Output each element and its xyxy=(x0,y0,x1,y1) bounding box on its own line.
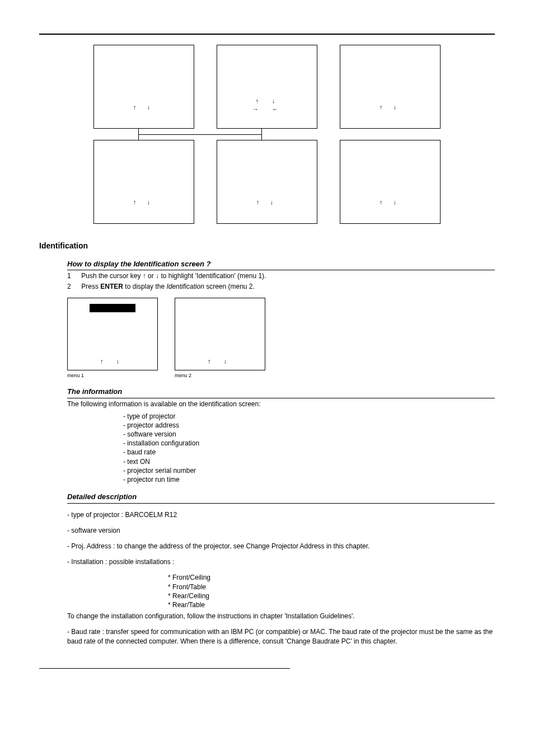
info-item: projector serial number xyxy=(123,466,495,475)
menu-1-caption: menu 1 xyxy=(67,372,158,379)
info-list: type of projector projector address soft… xyxy=(123,412,495,485)
subsection-the-information: The information xyxy=(67,387,495,398)
section-title-identification: Identification xyxy=(39,241,495,251)
step-text: screen (menu 2. xyxy=(204,283,255,290)
subsection-detailed-description: Detailed description xyxy=(67,492,495,504)
connector-line xyxy=(261,129,262,140)
step-text: to display the xyxy=(123,283,166,290)
highlighted-menu-item xyxy=(90,304,135,313)
detail-type-of-projector: - type of projector : BARCOELM R12 xyxy=(67,510,495,519)
info-item: projector run time xyxy=(123,475,495,484)
arrow-up-down-icon: ↑ ↓ xyxy=(208,357,232,365)
menu-box-r1c2: ↑ ↓ → ← xyxy=(217,45,317,129)
info-item: installation configuration xyxy=(123,439,495,448)
menu-1-box: ↑ ↓ xyxy=(67,298,158,370)
step-text: or xyxy=(146,272,156,280)
detail-proj-address: - Proj. Address : to change the address … xyxy=(67,542,495,551)
step-number: 2 xyxy=(67,282,79,291)
detail-installation-change: To change the installation configuration… xyxy=(67,612,495,621)
info-item: projector address xyxy=(123,421,495,430)
install-item: Front/Table xyxy=(168,583,495,591)
info-intro-text: The following information is available o… xyxy=(67,400,495,408)
menu-box-r2c3: ↑ ↓ xyxy=(340,140,441,224)
bottom-page-rule xyxy=(39,668,290,669)
enter-key-label: ENTER xyxy=(100,283,123,290)
subsection-how-to-display: How to display the Identification screen… xyxy=(67,259,495,271)
connector-line xyxy=(138,134,261,135)
detail-software-version: - software version xyxy=(67,526,495,535)
info-item: type of projector xyxy=(123,412,495,421)
arrow-up-down-icon: ↑ ↓ xyxy=(380,198,401,206)
info-item: software version xyxy=(123,430,495,439)
menu-box-r2c1: ↑ ↓ xyxy=(93,140,194,224)
step-text: Push the cursor key xyxy=(81,272,142,280)
step-number: 1 xyxy=(67,271,79,280)
install-item: Rear/Table xyxy=(168,600,495,609)
arrow-up-down-icon: ↑ ↓ xyxy=(133,103,154,111)
arrow-udlr-icon: ↑ ↓ → ← xyxy=(252,97,282,114)
menu-box-r1c1: ↑ ↓ xyxy=(93,45,194,129)
install-item: Front/Ceiling xyxy=(168,573,495,582)
installation-options-list: Front/Ceiling Front/Table Rear/Ceiling R… xyxy=(168,573,495,609)
step-text: to highlight 'Identification' (menu 1). xyxy=(159,272,266,280)
menu-box-r1c3: ↑ ↓ xyxy=(340,45,441,129)
arrow-up-down-icon: ↑ ↓ xyxy=(256,198,278,206)
identification-menu-boxes: ↑ ↓ menu 1 ↑ ↓ menu 2 xyxy=(67,298,495,379)
step-1: 1 Push the cursor key ↑ or ↓ to highligh… xyxy=(67,271,495,280)
arrow-up-down-icon: ↑ ↓ xyxy=(100,357,125,365)
install-item: Rear/Ceiling xyxy=(168,591,495,600)
identification-word: Identification xyxy=(166,283,204,290)
menu-2-box: ↑ ↓ xyxy=(175,298,265,370)
info-item: baud rate xyxy=(123,448,495,457)
detail-installation-intro: - Installation : possible installations … xyxy=(67,557,495,566)
menu-box-r2c2: ↑ ↓ xyxy=(217,140,317,224)
menu-diagram: ↑ ↓ ↑ ↓ → ← ↑ ↓ ↑ ↓ ↑ ↓ ↑ ↓ xyxy=(88,45,446,224)
arrow-up-down-icon: ↑ ↓ xyxy=(133,198,154,206)
arrow-up-down-icon: ↑ ↓ xyxy=(380,103,401,111)
top-page-rule xyxy=(39,34,495,35)
step-2: 2 Press ENTER to display the Identificat… xyxy=(67,282,495,291)
menu-2-caption: menu 2 xyxy=(175,372,265,379)
step-text: Press xyxy=(81,283,100,290)
detail-baud-rate: - Baud rate : transfer speed for communi… xyxy=(67,627,495,645)
info-item: text ON xyxy=(123,457,495,466)
